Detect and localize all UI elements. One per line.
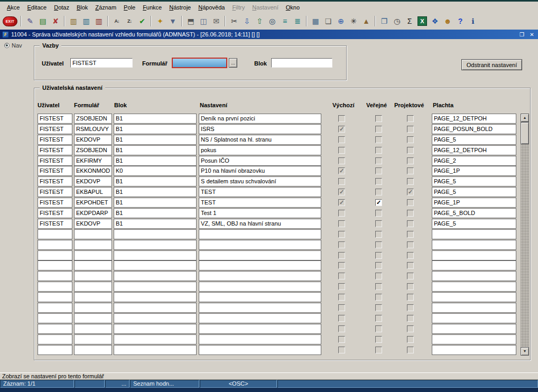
- print-preview-icon[interactable]: ◫: [197, 15, 210, 27]
- plachta-cell[interactable]: PAGE_5: [432, 187, 516, 197]
- verejne-checkbox[interactable]: [375, 115, 382, 122]
- nastaveni-cell[interactable]: Test 1: [199, 208, 321, 218]
- formular-cell[interactable]: [74, 250, 112, 260]
- uzivatel-cell[interactable]: FISTEST: [38, 145, 72, 155]
- uzivatel-cell[interactable]: FISTEST: [38, 166, 72, 176]
- verejne-checkbox[interactable]: ✓: [375, 199, 382, 206]
- nastaveni-cell[interactable]: [199, 334, 321, 344]
- formular-cell[interactable]: [74, 229, 112, 239]
- uzivatel-cell[interactable]: FISTEST: [38, 219, 72, 229]
- nastaveni-cell[interactable]: [199, 240, 321, 250]
- odstranit-nastaveni-button[interactable]: Odstranit nastavení: [461, 59, 522, 70]
- sort-asc-icon[interactable]: A↓: [110, 15, 123, 27]
- nastaveni-cell[interactable]: [199, 324, 321, 334]
- projektove-checkbox[interactable]: [407, 220, 414, 227]
- nav-tab[interactable]: Nav: [4, 42, 22, 49]
- projektove-checkbox[interactable]: [407, 115, 414, 122]
- plachta-cell[interactable]: [432, 229, 516, 239]
- verejne-checkbox[interactable]: [375, 210, 382, 217]
- menu-napoveda[interactable]: Nápověda: [194, 3, 228, 12]
- paste-icon[interactable]: ⇩: [240, 15, 253, 27]
- blok-cell[interactable]: B1: [114, 208, 197, 218]
- blok-cell[interactable]: B1: [114, 114, 197, 124]
- vychozi-checkbox[interactable]: [338, 294, 345, 301]
- plachta-cell[interactable]: PAGE_12_DETPOH: [432, 114, 516, 124]
- projektove-checkbox[interactable]: [407, 241, 414, 248]
- plachta-cell[interactable]: PAGE_5_BOLD: [432, 208, 516, 218]
- sort-desc-icon[interactable]: Z↓: [123, 15, 136, 27]
- verejne-checkbox[interactable]: [375, 189, 382, 195]
- formular-cell[interactable]: EKDOVP: [74, 176, 112, 186]
- formular-cell[interactable]: EKDOVP: [74, 135, 112, 145]
- projektove-checkbox[interactable]: [407, 231, 414, 238]
- formular-cell[interactable]: [74, 282, 112, 292]
- vychozi-checkbox[interactable]: [338, 241, 345, 248]
- vychozi-checkbox[interactable]: [338, 347, 345, 353]
- vychozi-checkbox[interactable]: [338, 336, 345, 343]
- projektove-checkbox[interactable]: [407, 126, 414, 133]
- nastaveni-cell[interactable]: [199, 229, 321, 239]
- formular-cell[interactable]: RSMLOUVY: [74, 124, 112, 134]
- cut-icon[interactable]: ✂: [228, 15, 240, 27]
- verejne-checkbox[interactable]: [375, 325, 382, 332]
- nastaveni-cell[interactable]: NS / Splatnost na hl. stranu: [199, 135, 321, 145]
- blok-cell[interactable]: [114, 229, 197, 239]
- projektove-checkbox[interactable]: [407, 273, 414, 279]
- verejne-checkbox[interactable]: [375, 273, 382, 279]
- formular-cell[interactable]: [74, 313, 112, 323]
- close-button[interactable]: ✕: [528, 32, 536, 38]
- uzivatel-cell[interactable]: [38, 334, 72, 344]
- scroll-up-button[interactable]: ▲: [521, 114, 529, 122]
- projektove-checkbox[interactable]: ✓: [407, 189, 414, 195]
- formular-cell[interactable]: [74, 345, 112, 355]
- plachta-cell[interactable]: [432, 240, 516, 250]
- menu-nastroje[interactable]: Nástroje: [165, 3, 194, 12]
- vychozi-checkbox[interactable]: [338, 252, 345, 259]
- plachta-cell[interactable]: PAGE_1P: [432, 166, 516, 176]
- verejne-checkbox[interactable]: [375, 315, 382, 322]
- blok-input[interactable]: [271, 58, 332, 68]
- uzivatel-cell[interactable]: [38, 240, 72, 250]
- verejne-checkbox[interactable]: [375, 231, 382, 238]
- blok-cell[interactable]: [114, 324, 197, 334]
- menu-blok[interactable]: Blok: [73, 3, 91, 12]
- commit-icon[interactable]: ✔: [136, 15, 149, 27]
- scrollbar-thumb[interactable]: [521, 122, 529, 144]
- plachta-cell[interactable]: PAGE_5: [432, 176, 516, 186]
- plachta-cell[interactable]: [432, 282, 516, 292]
- projektove-checkbox[interactable]: [407, 294, 414, 301]
- blok-cell[interactable]: [114, 250, 197, 260]
- plachta-cell[interactable]: [432, 260, 516, 270]
- vychozi-checkbox[interactable]: [338, 210, 345, 217]
- enter-query-icon[interactable]: ▥: [67, 15, 80, 27]
- blok-cell[interactable]: [114, 345, 197, 355]
- formular-cell[interactable]: EKPOHDET: [74, 198, 112, 208]
- formular-cell[interactable]: EKKONMOD: [74, 166, 112, 176]
- outline-icon[interactable]: ≡: [279, 15, 291, 27]
- blok-cell[interactable]: K0: [114, 166, 197, 176]
- help-icon[interactable]: ?: [454, 15, 467, 27]
- blok-cell[interactable]: B1: [114, 135, 197, 145]
- blok-cell[interactable]: B1: [114, 198, 197, 208]
- uzivatel-cell[interactable]: [38, 292, 72, 302]
- vychozi-checkbox[interactable]: [338, 315, 345, 322]
- projektove-checkbox[interactable]: [407, 262, 414, 269]
- nastaveni-cell[interactable]: Posun IČO: [199, 156, 321, 166]
- projektove-checkbox[interactable]: [407, 178, 414, 185]
- verejne-checkbox[interactable]: [375, 336, 382, 343]
- plachta-cell[interactable]: [432, 334, 516, 344]
- menu-okno[interactable]: Okno: [282, 3, 303, 12]
- uzivatel-cell[interactable]: [38, 324, 72, 334]
- blok-cell[interactable]: [114, 334, 197, 344]
- uzivatel-cell[interactable]: [38, 229, 72, 239]
- plachta-cell[interactable]: [432, 324, 516, 334]
- formular-cell[interactable]: [74, 324, 112, 334]
- verejne-checkbox[interactable]: [375, 157, 382, 164]
- projektove-checkbox[interactable]: [407, 315, 414, 322]
- blok-cell[interactable]: [114, 303, 197, 313]
- sigma-icon[interactable]: Σ: [403, 15, 416, 27]
- cancel-edit-icon[interactable]: ✘: [49, 15, 62, 27]
- exit-button[interactable]: EXIT: [3, 16, 17, 26]
- window-icon[interactable]: ❐: [378, 15, 391, 27]
- calendar-icon[interactable]: ▦: [309, 15, 322, 27]
